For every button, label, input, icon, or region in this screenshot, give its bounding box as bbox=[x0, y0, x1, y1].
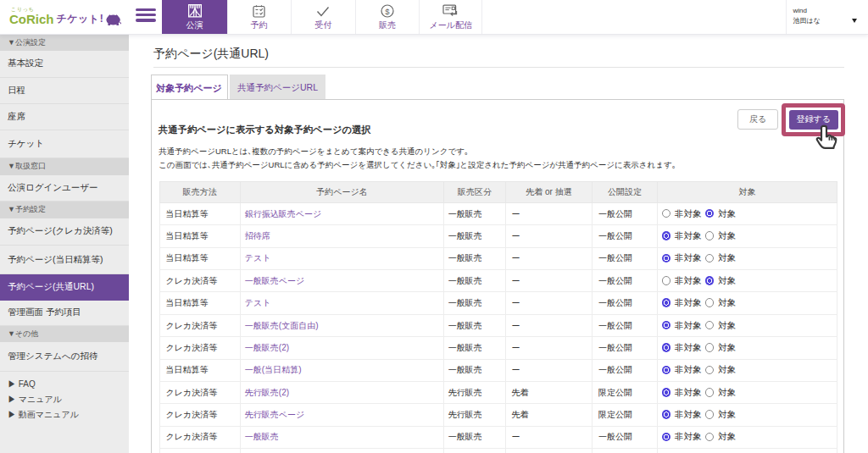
svg-text:$: $ bbox=[386, 7, 391, 16]
